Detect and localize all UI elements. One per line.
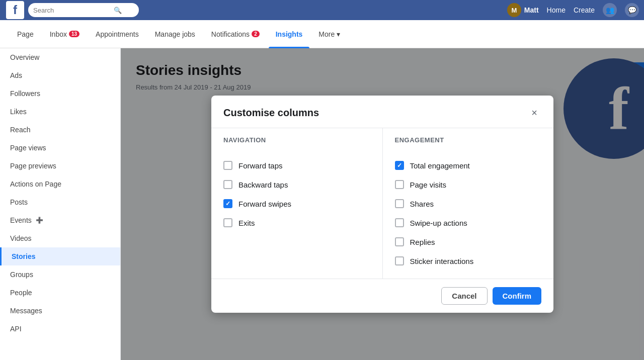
home-link[interactable]: Home: [547, 6, 566, 14]
customise-columns-modal: Customise columns × Navigation Forward t…: [211, 96, 553, 313]
search-icon: 🔍: [114, 7, 122, 14]
sidebar-item-page-views[interactable]: Page views: [0, 139, 120, 157]
exits-checkbox[interactable]: [223, 218, 232, 227]
checkbox-forward-swipes[interactable]: Forward swipes: [223, 194, 370, 213]
events-plus-icon: ➕: [36, 217, 43, 224]
confirm-button[interactable]: Confirm: [493, 287, 542, 305]
total-engagement-checkbox[interactable]: [395, 161, 404, 170]
fb-logo-icon: f: [6, 1, 24, 19]
replies-label: Replies: [410, 238, 435, 246]
nav-more[interactable]: More ▾: [311, 20, 347, 48]
friends-icon[interactable]: 👥: [603, 3, 617, 17]
cancel-button[interactable]: Cancel: [441, 287, 487, 305]
search-input[interactable]: [33, 7, 114, 14]
forward-swipes-label: Forward swipes: [238, 200, 291, 208]
messenger-icon[interactable]: 💬: [625, 3, 639, 17]
navigation-header: Navigation: [223, 136, 370, 148]
forward-swipes-checkbox[interactable]: [223, 199, 232, 208]
sidebar-item-ads[interactable]: Ads: [0, 66, 120, 84]
exits-label: Exits: [238, 219, 255, 227]
sidebar-item-events[interactable]: Events ➕: [0, 211, 120, 229]
page-navbar: Page Inbox 13 Appointments Manage jobs N…: [0, 20, 644, 48]
shares-checkbox[interactable]: [395, 199, 404, 208]
shares-label: Shares: [410, 200, 434, 208]
total-engagement-label: Total engagement: [410, 161, 470, 170]
sidebar-item-messages[interactable]: Messages: [0, 302, 120, 320]
checkbox-sticker-interactions[interactable]: Sticker interactions: [395, 251, 542, 271]
page-visits-checkbox[interactable]: [395, 180, 404, 189]
sidebar-item-likes[interactable]: Likes: [0, 103, 120, 121]
nav-user[interactable]: M Matt: [507, 3, 539, 17]
checkbox-total-engagement[interactable]: Total engagement: [395, 156, 542, 175]
sidebar-item-actions[interactable]: Actions on Page: [0, 175, 120, 193]
replies-checkbox[interactable]: [395, 237, 404, 246]
nav-appointments[interactable]: Appointments: [89, 20, 146, 48]
sticker-interactions-checkbox[interactable]: [395, 256, 404, 265]
sidebar-item-overview[interactable]: Overview: [0, 48, 120, 66]
notifications-badge: 2: [252, 31, 260, 37]
swipe-up-actions-checkbox[interactable]: [395, 218, 404, 227]
modal-header: Customise columns ×: [211, 96, 553, 128]
checkbox-shares[interactable]: Shares: [395, 194, 542, 213]
modal-title: Customise columns: [223, 107, 319, 119]
avatar: M: [507, 3, 521, 17]
checkbox-forward-taps[interactable]: Forward taps: [223, 156, 370, 175]
page-visits-label: Page visits: [410, 181, 447, 189]
sidebar-item-page-previews[interactable]: Page previews: [0, 157, 120, 175]
sidebar: Overview Ads Followers Likes Reach Page …: [0, 48, 121, 360]
sidebar-item-videos[interactable]: Videos: [0, 229, 120, 247]
checkbox-replies[interactable]: Replies: [395, 232, 542, 251]
nav-notifications[interactable]: Notifications 2: [204, 20, 267, 48]
search-bar[interactable]: 🔍: [28, 3, 139, 17]
sidebar-item-reach[interactable]: Reach: [0, 121, 120, 139]
sidebar-item-api[interactable]: API: [0, 320, 120, 338]
sidebar-item-stories[interactable]: Stories: [0, 247, 120, 265]
main-layout: Overview Ads Followers Likes Reach Page …: [0, 48, 644, 360]
nav-insights[interactable]: Insights: [269, 20, 310, 48]
inbox-badge: 13: [69, 31, 79, 37]
navigation-column: Navigation Forward taps Backward taps Fo…: [211, 128, 383, 279]
top-navbar: f 🔍 M Matt Home Create 👥 💬: [0, 0, 644, 20]
modal-overlay[interactable]: Customise columns × Navigation Forward t…: [121, 48, 644, 360]
sidebar-item-groups[interactable]: Groups: [0, 265, 120, 284]
checkbox-exits[interactable]: Exits: [223, 213, 370, 232]
checkbox-backward-taps[interactable]: Backward taps: [223, 175, 370, 194]
nav-inbox[interactable]: Inbox 13: [43, 20, 87, 48]
sidebar-item-people[interactable]: People: [0, 284, 120, 302]
engagement-header: Engagement: [395, 136, 542, 148]
forward-taps-checkbox[interactable]: [223, 161, 232, 170]
user-name: Matt: [524, 6, 539, 14]
backward-taps-label: Backward taps: [238, 181, 288, 189]
sidebar-item-posts[interactable]: Posts: [0, 193, 120, 211]
engagement-column: Engagement Total engagement Page visits …: [383, 128, 554, 279]
sidebar-item-followers[interactable]: Followers: [0, 84, 120, 103]
backward-taps-checkbox[interactable]: [223, 180, 232, 189]
nav-right: M Matt Home Create 👥 💬: [507, 3, 639, 17]
modal-body: Navigation Forward taps Backward taps Fo…: [211, 128, 553, 279]
forward-taps-label: Forward taps: [238, 161, 283, 170]
swipe-up-actions-label: Swipe-up actions: [410, 219, 467, 227]
nav-manage-jobs[interactable]: Manage jobs: [148, 20, 202, 48]
create-link[interactable]: Create: [574, 6, 595, 14]
fb-logo[interactable]: f: [5, 0, 25, 20]
modal-footer: Cancel Confirm: [211, 279, 553, 313]
checkbox-page-visits[interactable]: Page visits: [395, 175, 542, 194]
checkbox-swipe-up-actions[interactable]: Swipe-up actions: [395, 213, 542, 232]
content-area: Stories insights Results from 24 Jul 201…: [121, 48, 644, 360]
modal-close-button[interactable]: ×: [527, 106, 541, 120]
nav-page[interactable]: Page: [10, 20, 41, 48]
sticker-interactions-label: Sticker interactions: [410, 257, 474, 265]
